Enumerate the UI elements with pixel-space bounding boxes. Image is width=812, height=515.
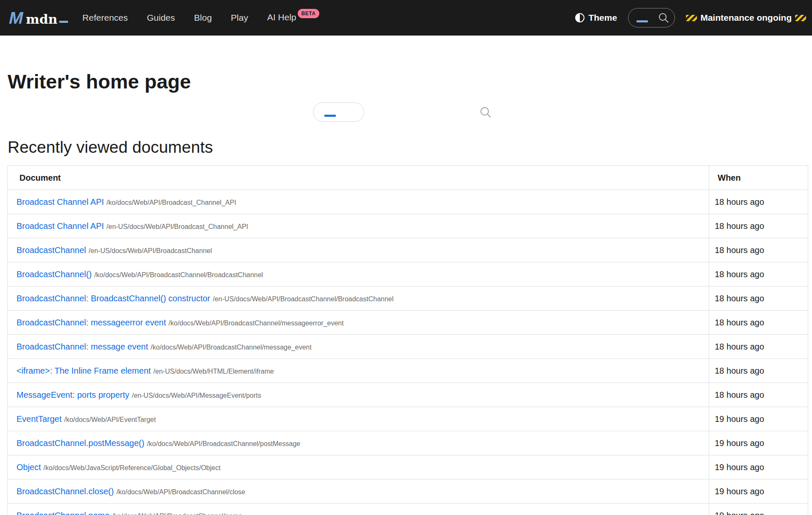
- document-cell: <iframe>: The Inline Frame element/en-US…: [8, 359, 709, 383]
- document-cell: EventTarget/ko/docs/Web/API/EventTarget: [8, 407, 709, 431]
- document-cell: BroadcastChannel: messageerror event/ko/…: [8, 311, 709, 335]
- mdn-logo-underscore-icon: [59, 21, 68, 23]
- document-path: /ko/docs/Web/API/BroadcastChannel/postMe…: [147, 440, 300, 447]
- document-path: /ko/docs/Web/API/BroadcastChannel/close: [116, 488, 245, 496]
- nav-item-guides[interactable]: Guides: [147, 13, 175, 23]
- construction-barrier-icon: [686, 15, 697, 21]
- document-cell: BroadcastChannel.name/ko/docs/Web/API/Br…: [8, 504, 709, 515]
- top-navigation-bar: M mdn References Guides Blog Play AI Hel…: [0, 0, 812, 36]
- column-header-document: Document: [8, 166, 709, 190]
- when-cell: 18 hours ago: [709, 214, 808, 238]
- table-row: EventTarget/ko/docs/Web/API/EventTarget1…: [8, 407, 808, 431]
- mdn-logo-text: mdn: [26, 12, 58, 27]
- beta-badge: BETA: [298, 9, 320, 18]
- document-path: /ko/docs/Web/API/BroadcastChannel/messag…: [169, 319, 344, 327]
- when-cell: 19 hours ago: [709, 407, 808, 431]
- document-path: /en-US/docs/Web/API/MessageEvent/ports: [132, 392, 261, 399]
- document-link[interactable]: BroadcastChannel.postMessage(): [16, 438, 144, 448]
- column-header-when: When: [709, 166, 808, 190]
- mdn-m-icon: M: [8, 9, 25, 26]
- header-search-icon[interactable]: [658, 12, 669, 23]
- nav-item-references[interactable]: References: [82, 13, 128, 23]
- page-title: Writer's home page: [8, 72, 812, 91]
- table-row: <iframe>: The Inline Frame element/en-US…: [8, 359, 808, 383]
- topbar-right-cluster: Theme Maintenance ongoing: [575, 8, 806, 28]
- when-cell: 19 hours ago: [709, 455, 808, 479]
- theme-label: Theme: [588, 13, 617, 23]
- maintenance-banner: Maintenance ongoing: [686, 13, 806, 23]
- recently-viewed-table: Document When Broadcast Channel API/ko/d…: [7, 165, 808, 515]
- document-link[interactable]: BroadcastChannel: message event: [16, 342, 148, 351]
- table-row: MessageEvent: ports property/en-US/docs/…: [8, 383, 808, 407]
- document-link[interactable]: Broadcast Channel API: [16, 221, 104, 231]
- document-cell: Broadcast Channel API/ko/docs/Web/API/Br…: [8, 190, 709, 214]
- document-link[interactable]: EventTarget: [16, 414, 62, 424]
- document-cell: BroadcastChannel: message event/ko/docs/…: [8, 335, 709, 359]
- table-row: BroadcastChannel()/ko/docs/Web/API/Broad…: [8, 262, 808, 286]
- when-cell: 18 hours ago: [709, 383, 808, 407]
- document-cell: BroadcastChannel.close()/ko/docs/Web/API…: [8, 479, 709, 504]
- document-link[interactable]: Broadcast Channel API: [16, 197, 104, 207]
- document-link[interactable]: BroadcastChannel: BroadcastChannel() con…: [16, 294, 210, 303]
- when-cell: 19 hours ago: [709, 479, 808, 504]
- when-cell: 18 hours ago: [709, 262, 808, 286]
- table-body: Broadcast Channel API/ko/docs/Web/API/Br…: [8, 190, 808, 515]
- document-cell: MessageEvent: ports property/en-US/docs/…: [8, 383, 709, 407]
- document-link[interactable]: BroadcastChannel.close(): [16, 487, 114, 496]
- table-row: Object/ko/docs/Web/JavaScript/Reference/…: [8, 455, 808, 479]
- document-link[interactable]: <iframe>: The Inline Frame element: [16, 366, 151, 375]
- document-link[interactable]: BroadcastChannel(): [16, 270, 92, 279]
- document-path: /ko/docs/Web/API/Broadcast_Channel_API: [107, 199, 236, 206]
- when-cell: 19 hours ago: [709, 504, 808, 515]
- document-cell: Broadcast Channel API/en-US/docs/Web/API…: [8, 214, 709, 238]
- document-link[interactable]: BroadcastChannel: messageerror event: [16, 318, 166, 327]
- nav-item-blog[interactable]: Blog: [194, 13, 212, 23]
- when-cell: 18 hours ago: [709, 359, 808, 383]
- main-nav: References Guides Blog Play AI HelpBETA: [82, 12, 319, 23]
- when-cell: 18 hours ago: [709, 286, 808, 311]
- filter-toolbar: [0, 102, 812, 122]
- filter-input-cursor: [324, 115, 336, 117]
- table-row: Broadcast Channel API/en-US/docs/Web/API…: [8, 214, 808, 238]
- document-path: /ko/docs/Web/API/EventTarget: [64, 416, 156, 423]
- when-cell: 18 hours ago: [709, 335, 808, 359]
- document-cell: BroadcastChannel/en-US/docs/Web/API/Broa…: [8, 238, 709, 262]
- document-path: /ko/docs/Web/JavaScript/Reference/Global…: [44, 464, 221, 471]
- table-row: BroadcastChannel: BroadcastChannel() con…: [8, 286, 808, 311]
- document-link[interactable]: BroadcastChannel.name: [16, 511, 110, 515]
- document-link[interactable]: Object: [16, 463, 41, 472]
- theme-toggle-button[interactable]: Theme: [575, 13, 617, 23]
- nav-item-play[interactable]: Play: [231, 13, 248, 23]
- document-link[interactable]: MessageEvent: ports property: [16, 390, 129, 399]
- page-search-icon[interactable]: [479, 106, 492, 118]
- filter-input[interactable]: [313, 102, 364, 122]
- header-search-input[interactable]: [628, 8, 675, 28]
- document-path: /en-US/docs/Web/API/BroadcastChannel/Bro…: [213, 295, 394, 303]
- table-row: BroadcastChannel.close()/ko/docs/Web/API…: [8, 479, 808, 504]
- document-link[interactable]: BroadcastChannel: [16, 245, 86, 255]
- main-content: Writer's home page Recently viewed docum…: [0, 72, 812, 515]
- document-path: /en-US/docs/Web/HTML/Element/iframe: [154, 368, 274, 375]
- header-search-cursor: [636, 20, 648, 22]
- table-row: BroadcastChannel: messageerror event/ko/…: [8, 311, 808, 335]
- table-header-row: Document When: [8, 166, 808, 190]
- nav-item-ai-help[interactable]: AI HelpBETA: [267, 12, 320, 23]
- ai-help-label: AI Help: [267, 12, 296, 22]
- document-cell: Object/ko/docs/Web/JavaScript/Reference/…: [8, 455, 709, 479]
- when-cell: 18 hours ago: [709, 190, 808, 214]
- table-row: BroadcastChannel/en-US/docs/Web/API/Broa…: [8, 238, 808, 262]
- table-row: BroadcastChannel.name/ko/docs/Web/API/Br…: [8, 504, 808, 515]
- document-path: /ko/docs/Web/API/BroadcastChannel/name: [112, 512, 242, 515]
- document-path: /ko/docs/Web/API/BroadcastChannel/Broadc…: [94, 271, 263, 278]
- when-cell: 18 hours ago: [709, 311, 808, 335]
- mdn-logo[interactable]: M mdn: [9, 9, 68, 27]
- document-cell: BroadcastChannel: BroadcastChannel() con…: [8, 286, 709, 311]
- document-path: /en-US/docs/Web/API/BroadcastChannel: [89, 247, 212, 254]
- table-row: BroadcastChannel.postMessage()/ko/docs/W…: [8, 431, 808, 455]
- when-cell: 18 hours ago: [709, 238, 808, 262]
- document-cell: BroadcastChannel.postMessage()/ko/docs/W…: [8, 431, 709, 455]
- when-cell: 19 hours ago: [709, 431, 808, 455]
- table-row: Broadcast Channel API/ko/docs/Web/API/Br…: [8, 190, 808, 214]
- section-heading: Recently viewed documents: [8, 137, 812, 157]
- document-path: /ko/docs/Web/API/BroadcastChannel/messag…: [151, 344, 311, 351]
